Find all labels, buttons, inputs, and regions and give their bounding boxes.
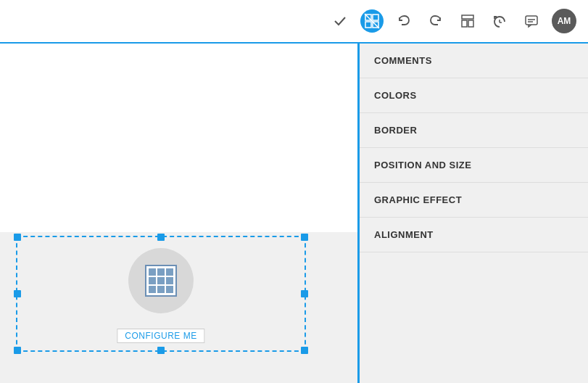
widget-icon-circle: [128, 248, 194, 313]
grid-cell: [157, 277, 165, 284]
grid-cell: [149, 286, 156, 293]
configure-label: CONFIGURE ME: [117, 329, 204, 343]
grid-cell: [157, 286, 165, 293]
handle-top-right[interactable]: [301, 234, 308, 241]
panel-section-position-and-size[interactable]: POSITION AND SIZE: [360, 148, 588, 183]
toolbar: AM: [0, 0, 588, 44]
panel-section-border[interactable]: BORDER: [360, 113, 588, 148]
grid-cell: [166, 277, 173, 284]
handle-bottom-middle[interactable]: [157, 347, 165, 354]
grid-cell: [149, 277, 156, 284]
main-area: CONFIGURE ME COMMENTS COLORS BORDER POSI…: [0, 44, 588, 383]
right-panel: COMMENTS COLORS BORDER POSITION AND SIZE…: [357, 44, 588, 383]
grid-cell: [149, 268, 156, 276]
widget-container[interactable]: CONFIGURE ME: [16, 236, 306, 352]
svg-rect-7: [468, 20, 473, 27]
redo-button[interactable]: [424, 9, 447, 33]
panel-section-colors[interactable]: COLORS: [360, 78, 588, 113]
handle-bottom-left[interactable]: [14, 347, 21, 354]
grid-tool-button[interactable]: [360, 9, 384, 33]
panel-section-graphic-effect[interactable]: GRAPHIC EFFECT: [360, 183, 588, 218]
grid-cell: [166, 268, 173, 276]
check-button[interactable]: [328, 9, 352, 33]
svg-rect-6: [462, 20, 467, 27]
slide-background: [0, 44, 357, 232]
grid-cell: [166, 286, 173, 293]
layout-button[interactable]: [456, 9, 479, 33]
handle-top-left[interactable]: [14, 234, 21, 241]
undo-button[interactable]: [392, 9, 415, 33]
handle-middle-left[interactable]: [14, 290, 21, 297]
grid-icon: [145, 265, 177, 297]
canvas-area: CONFIGURE ME: [0, 44, 357, 383]
user-avatar[interactable]: AM: [552, 9, 576, 33]
svg-rect-5: [462, 15, 473, 19]
svg-rect-2: [365, 22, 371, 28]
history-button[interactable]: [488, 9, 511, 33]
grid-cell: [157, 268, 165, 276]
panel-section-comments[interactable]: COMMENTS: [360, 44, 588, 78]
svg-rect-1: [373, 15, 378, 20]
svg-rect-10: [526, 16, 537, 25]
panel-section-alignment[interactable]: ALIGNMENT: [360, 218, 588, 252]
svg-line-4: [365, 14, 379, 28]
handle-middle-right[interactable]: [301, 290, 308, 297]
handle-bottom-right[interactable]: [301, 347, 308, 354]
handle-top-middle[interactable]: [157, 234, 165, 241]
comment-button[interactable]: [520, 9, 543, 33]
